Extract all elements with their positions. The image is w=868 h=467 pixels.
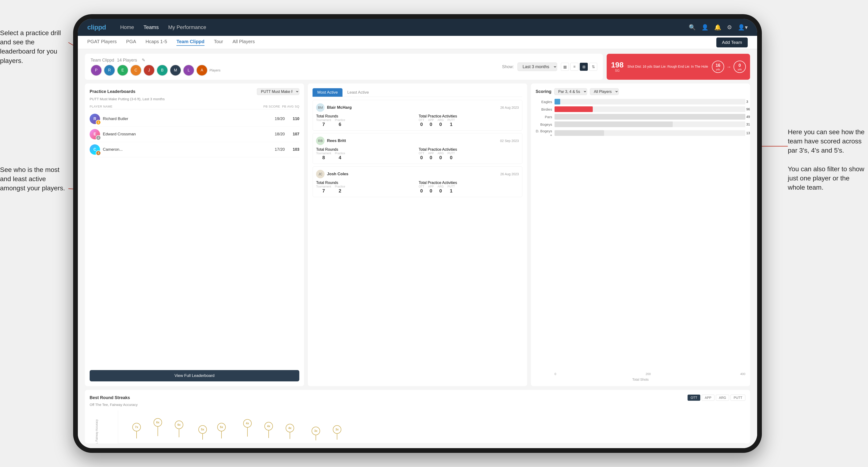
scoring-par-filter[interactable]: Par 3, 4 & 5s: [554, 88, 587, 95]
apc-stats-blair: Total Rounds Tournament 7 Practice 6: [316, 114, 519, 127]
player-row-1: R 1 Richard Butler 19/20 110: [90, 111, 299, 127]
bar-chart-footer: 0 200 400: [536, 372, 745, 376]
apc-tournament-blair: Tournament 7: [316, 118, 331, 127]
avatar-icon[interactable]: 👤▾: [738, 24, 748, 31]
sfb-app[interactable]: APP: [702, 395, 714, 401]
avatar-5[interactable]: J: [144, 65, 155, 76]
subnav-pgat[interactable]: PGAT Players: [87, 39, 117, 46]
apc-tournament-josh: Tournament 7: [316, 185, 331, 194]
streak-line-4: [203, 434, 203, 440]
nav-link-home[interactable]: Home: [120, 24, 134, 30]
team-header: Team Clippd 14 Players ✎ P R E C J B M: [85, 54, 603, 80]
streak-line-3: [179, 429, 179, 437]
apc-putt-josh: PUTT 1: [447, 185, 455, 194]
grid-view-btn[interactable]: ▦: [561, 63, 569, 71]
streak-circle-9: 3x: [312, 427, 320, 435]
shot-details: Shot Dist: 16 yds Start Lie: Rough End L…: [627, 64, 708, 69]
apc-name-rees: Rees Britt: [327, 138, 346, 143]
subnav-pga[interactable]: PGA: [126, 39, 136, 46]
avatar-3[interactable]: E: [117, 65, 128, 76]
player-rank-avatar-3: C 3: [90, 144, 100, 155]
subnav-hcaps[interactable]: Hcaps 1-5: [146, 39, 167, 46]
activity-card: Most Active Least Active BM Blair McHarg…: [308, 84, 527, 386]
streak-pin-7: 4x: [265, 422, 273, 438]
view-full-leaderboard-btn[interactable]: View Full Leaderboard: [90, 370, 299, 381]
apc-ott-blair: OTT 0: [418, 118, 424, 127]
shot-card: 198 SG Shot Dist: 16 yds Start Lie: Roug…: [607, 54, 750, 80]
show-select[interactable]: Last 3 months: [518, 63, 557, 71]
subnav-team-clippd[interactable]: Team Clippd: [177, 39, 205, 46]
footer-200: 200: [646, 372, 651, 376]
scoring-players-filter[interactable]: All Players: [590, 88, 619, 95]
subnav-tour[interactable]: Tour: [214, 39, 223, 46]
player-rank-avatar-2: E 2: [90, 129, 100, 139]
avatar-6[interactable]: B: [157, 65, 168, 76]
edit-icon[interactable]: ✎: [142, 58, 145, 63]
streaks-y-label: Avg. Fairway Accuracy: [85, 417, 111, 432]
streaks-subtitle: Off The Tee, Fairway Accuracy: [90, 403, 745, 407]
avatar-4[interactable]: C: [130, 65, 142, 76]
bar-fill-bogeys: [555, 121, 673, 127]
bar-value-birdies: 96: [746, 107, 750, 111]
annotation-top-left: Select a practice drill and see the lead…: [0, 28, 68, 65]
player-avatars: P R E C J B M L A Players: [91, 65, 220, 76]
apc-rounds-label-josh: Total Rounds: [316, 181, 338, 185]
subnav-all-players[interactable]: All Players: [232, 39, 255, 46]
streak-circle-8: 4x: [286, 424, 294, 432]
streak-line-1: [136, 431, 137, 438]
avatar-9[interactable]: A: [196, 65, 208, 76]
bar-fill-pars: [555, 114, 745, 120]
streaks-chart: 7x 6x 6x 5x: [118, 410, 745, 443]
apc-date-rees: 02 Sep 2023: [500, 139, 519, 143]
nav-link-teams[interactable]: Teams: [144, 24, 159, 30]
avatar-2[interactable]: R: [104, 65, 115, 76]
apc-avatar-blair: BM: [316, 103, 324, 112]
apc-practice-rees: Practice 4: [335, 152, 345, 160]
tab-most-active[interactable]: Most Active: [312, 88, 342, 97]
practice-value-blair: 6: [339, 122, 341, 127]
apc-activities-rees: Total Practice Activities OTT 0 APP 0: [418, 148, 519, 160]
bar-fill-eagles: [555, 99, 560, 104]
drill-select[interactable]: PUTT Must Make Putt...: [257, 88, 299, 95]
nav-logo: clippd: [87, 24, 106, 31]
sort-btn[interactable]: ⇅: [589, 63, 597, 71]
sub-nav-links: PGAT Players PGA Hcaps 1-5 Team Clippd T…: [87, 39, 716, 46]
card-view-btn[interactable]: ⊞: [580, 63, 588, 71]
shot-zero-label: yds: [738, 68, 742, 71]
settings-icon[interactable]: ⚙: [727, 24, 732, 31]
bar-row-pars: Pars 499: [536, 114, 745, 120]
apc-practice-josh: Practice 2: [335, 185, 345, 194]
sfb-ott[interactable]: OTT: [687, 395, 700, 401]
user-icon[interactable]: 👤: [702, 24, 709, 31]
streak-circle-6: 4x: [243, 419, 252, 428]
avatar-1[interactable]: P: [91, 65, 102, 76]
streak-pin-6: 4x: [243, 419, 252, 437]
bell-icon[interactable]: 🔔: [714, 24, 721, 31]
apc-player-rees: RB Rees Britt: [316, 136, 346, 145]
footer-400: 400: [740, 372, 745, 376]
tab-least-active[interactable]: Least Active: [342, 88, 374, 97]
apc-activities-label-rees: Total Practice Activities: [418, 148, 457, 151]
scoring-card: Scoring Par 3, 4 & 5s All Players Eagles: [531, 84, 750, 386]
sfb-putt[interactable]: PUTT: [731, 395, 745, 401]
avatar-7[interactable]: M: [170, 65, 181, 76]
leaderboard-title: Practice Leaderboards: [90, 89, 135, 94]
streaks-filter-btns: OTT APP ARG PUTT: [687, 395, 745, 401]
player-avg-2: 107: [287, 132, 299, 136]
rank-badge-1: 1: [96, 120, 101, 125]
main-content: Team Clippd 14 Players ✎ P R E C J B M: [78, 49, 757, 448]
team-title: Team Clippd 14 Players ✎: [91, 58, 220, 63]
sfb-arg[interactable]: ARG: [716, 395, 729, 401]
avatar-8[interactable]: L: [183, 65, 194, 76]
add-team-button[interactable]: Add Team: [716, 37, 748, 48]
list-view-btn[interactable]: ≡: [570, 63, 578, 71]
leaderboard-header-row: Practice Leaderboards PUTT Must Make Put…: [90, 88, 299, 95]
streak-pin-5: 5x: [217, 423, 226, 438]
nav-link-performance[interactable]: My Performance: [168, 24, 206, 30]
search-icon[interactable]: 🔍: [689, 24, 696, 31]
apc-header-josh: JC Josh Coles 26 Aug 2023: [316, 170, 519, 178]
annotation-right: Here you can see how the team have score…: [788, 127, 868, 192]
streak-circle-4: 5x: [198, 425, 207, 434]
apc-app-rees: APP 0: [428, 152, 434, 160]
apc-putt-rees: PUTT 0: [447, 152, 455, 160]
